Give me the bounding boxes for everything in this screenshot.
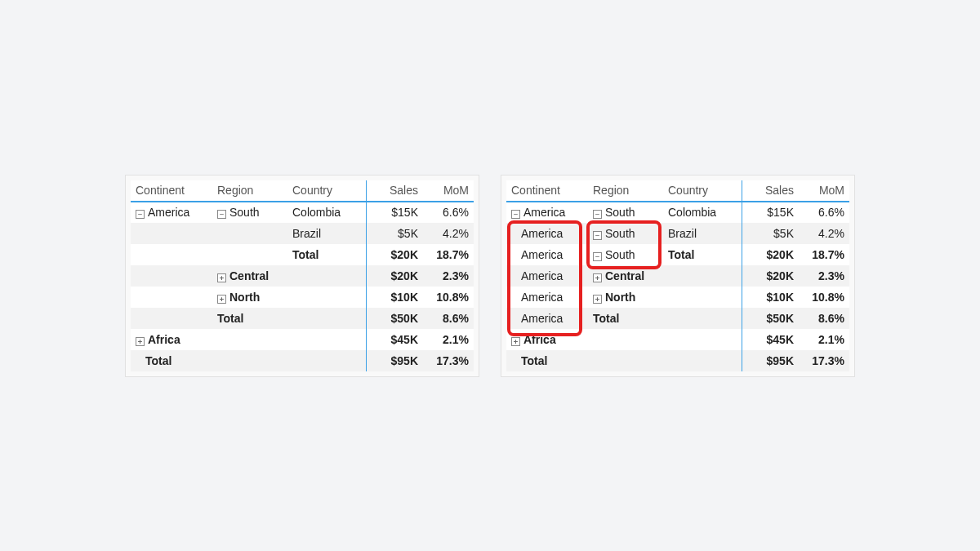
col-country[interactable]: Country — [663, 180, 742, 202]
table-row: America +North $10K 10.8% — [506, 287, 849, 308]
cell-subtotal-label: Total — [588, 308, 663, 329]
cell-mom: 17.3% — [799, 350, 849, 371]
cell-sales: $5K — [366, 223, 423, 244]
cell-country: Brazil — [287, 223, 366, 244]
cell-sales: $95K — [742, 350, 799, 371]
collapse-icon[interactable]: − — [593, 231, 602, 240]
cell-subtotal-label: Total — [287, 244, 366, 265]
cell-sales: $45K — [366, 329, 423, 350]
cell-region: South — [229, 206, 260, 219]
expand-icon[interactable]: + — [136, 337, 145, 346]
cell-sales: $20K — [366, 265, 423, 287]
table-row: +Africa $45K 2.1% — [131, 329, 474, 350]
col-sales[interactable]: Sales — [742, 180, 799, 202]
cell-mom: 2.1% — [423, 329, 474, 350]
collapse-icon[interactable]: − — [136, 210, 145, 219]
cell-continent: America — [506, 265, 588, 287]
cell-sales: $15K — [366, 202, 423, 223]
table-row: Brazil $5K 4.2% — [131, 223, 474, 244]
table-row: Total $20K 18.7% — [131, 244, 474, 265]
cell-sales: $50K — [366, 308, 423, 329]
cell-sales: $5K — [742, 223, 799, 244]
cell-country: Colombia — [663, 202, 742, 223]
col-sales[interactable]: Sales — [366, 180, 423, 202]
cell-continent: America — [506, 244, 588, 265]
cell-mom: 10.8% — [799, 287, 849, 308]
table-row: +Central $20K 2.3% — [131, 265, 474, 287]
cell-mom: 2.3% — [799, 265, 849, 287]
table-row: Total $50K 8.6% — [131, 308, 474, 329]
cell-country: Colombia — [287, 202, 366, 223]
cell-mom: 2.1% — [799, 329, 849, 350]
col-country[interactable]: Country — [287, 180, 366, 202]
expand-icon[interactable]: + — [511, 337, 520, 346]
cell-sales: $50K — [742, 308, 799, 329]
expand-icon[interactable]: + — [217, 295, 226, 304]
cell-continent: America — [148, 206, 189, 219]
cell-continent: America — [506, 223, 588, 244]
cell-subtotal-label: Total — [212, 308, 287, 329]
table-row: America Total $50K 8.6% — [506, 308, 849, 329]
cell-mom: 6.6% — [799, 202, 849, 223]
cell-mom: 4.2% — [423, 223, 474, 244]
cell-mom: 18.7% — [799, 244, 849, 265]
cell-region: Central — [605, 269, 644, 282]
col-region[interactable]: Region — [212, 180, 287, 202]
cell-mom: 2.3% — [423, 265, 474, 287]
cell-sales: $45K — [742, 329, 799, 350]
cell-region: North — [229, 291, 260, 304]
cell-continent: Africa — [148, 333, 180, 346]
collapse-icon[interactable]: − — [593, 252, 602, 261]
cell-sales: $15K — [742, 202, 799, 223]
table-row: Total $95K 17.3% — [506, 350, 849, 371]
cell-mom: 4.2% — [799, 223, 849, 244]
collapse-icon[interactable]: − — [511, 210, 520, 219]
table-row: +Africa $45K 2.1% — [506, 329, 849, 350]
cell-continent: America — [506, 287, 588, 308]
cell-continent: Africa — [523, 333, 556, 346]
table-row: America +Central $20K 2.3% — [506, 265, 849, 287]
table-row: +North $10K 10.8% — [131, 287, 474, 308]
cell-sales: $20K — [366, 244, 423, 265]
cell-sales: $10K — [366, 287, 423, 308]
cell-sales: $95K — [366, 350, 423, 371]
cell-region: Central — [229, 269, 269, 282]
cell-continent: America — [523, 206, 565, 219]
cell-sales: $10K — [742, 287, 799, 308]
col-mom[interactable]: MoM — [799, 180, 849, 202]
cell-region: North — [605, 291, 635, 304]
col-continent[interactable]: Continent — [131, 180, 212, 202]
cell-grandtotal-label: Total — [131, 350, 212, 371]
cell-country: Brazil — [663, 223, 742, 244]
expand-icon[interactable]: + — [593, 295, 602, 304]
col-mom[interactable]: MoM — [423, 180, 474, 202]
table-row: −America −South Colombia $15K 6.6% — [131, 202, 474, 223]
pivot-table-left: Continent Region Country Sales MoM −Amer… — [131, 180, 474, 371]
table-row: Total $95K 17.3% — [131, 350, 474, 371]
cell-mom: 8.6% — [799, 308, 849, 329]
expand-icon[interactable]: + — [217, 273, 226, 282]
cell-mom: 10.8% — [423, 287, 474, 308]
cell-sales: $20K — [742, 244, 799, 265]
collapse-icon[interactable]: − — [593, 210, 602, 219]
cell-grandtotal-label: Total — [506, 350, 588, 371]
cell-mom: 18.7% — [423, 244, 474, 265]
cell-subtotal-label: Total — [663, 244, 742, 265]
cell-continent: America — [506, 308, 588, 329]
col-continent[interactable]: Continent — [506, 180, 588, 202]
matrix-left: Continent Region Country Sales MoM −Amer… — [125, 175, 479, 377]
cell-mom: 6.6% — [423, 202, 474, 223]
cell-mom: 17.3% — [423, 350, 474, 371]
table-row: America −South Brazil $5K 4.2% — [506, 223, 849, 244]
collapse-icon[interactable]: − — [217, 210, 226, 219]
col-region[interactable]: Region — [588, 180, 663, 202]
expand-icon[interactable]: + — [593, 273, 602, 282]
cell-region: South — [605, 248, 635, 261]
table-row: −America −South Colombia $15K 6.6% — [506, 202, 849, 223]
cell-region: South — [605, 206, 635, 219]
cell-mom: 8.6% — [423, 308, 474, 329]
table-row: America −South Total $20K 18.7% — [506, 244, 849, 265]
cell-region: South — [605, 227, 635, 240]
cell-sales: $20K — [742, 265, 799, 287]
pivot-table-right: Continent Region Country Sales MoM −Amer… — [506, 180, 849, 371]
